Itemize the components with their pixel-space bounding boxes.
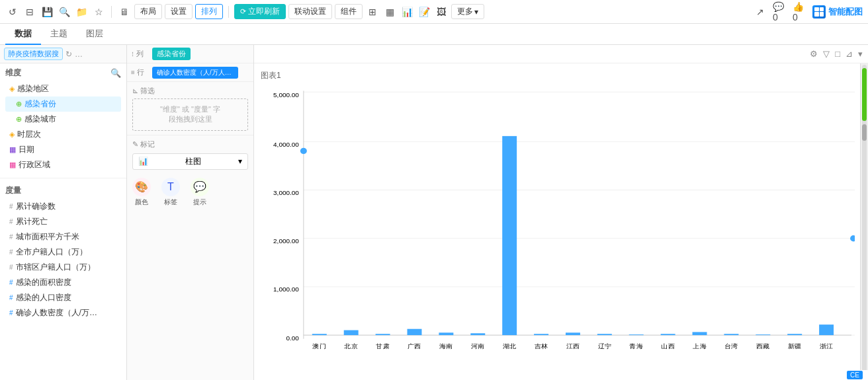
more-button[interactable]: 更多 ▾: [451, 4, 484, 19]
color-circle: 🎨: [132, 178, 151, 196]
mark-color[interactable]: 🎨 颜色: [132, 178, 151, 207]
scroll-thumb-gray: [862, 124, 867, 141]
dim-date[interactable]: ▦ 日期: [5, 142, 121, 157]
bar-zhejiang[interactable]: [819, 324, 834, 335]
measure-item-7[interactable]: # 确诊人数密度（人/万…: [5, 305, 121, 321]
label-label: 标签: [164, 198, 177, 207]
filter-placeholder-2: 段拖拽到这里: [138, 114, 242, 124]
x-label-1: 北京: [344, 342, 358, 350]
refresh-button[interactable]: ⟳ 立即刷新: [234, 4, 286, 19]
refresh-datasource-icon[interactable]: ↻: [65, 50, 72, 59]
label-circle: T: [161, 178, 180, 196]
left-dot: [300, 148, 307, 154]
dimensions-search-icon[interactable]: 🔍: [110, 68, 121, 78]
tab-data[interactable]: 数据: [5, 24, 41, 45]
dim-infection-province[interactable]: ⊕ 感染省份: [5, 96, 121, 112]
settings-chart-icon[interactable]: ⚙: [810, 49, 818, 59]
chart-area: ⚙ ▽ □ ⊿ ▾ 图表1 5,000.00 4,000.00 3,000.00…: [254, 45, 868, 380]
col-pill[interactable]: 感染省份: [152, 48, 191, 60]
folder-icon[interactable]: 📁: [74, 5, 89, 19]
tab-layer[interactable]: 图层: [77, 24, 112, 45]
component-button[interactable]: 组件: [335, 4, 363, 19]
tab-theme[interactable]: 主题: [41, 24, 77, 45]
tooltip-label: 提示: [193, 198, 206, 207]
bar-xizang[interactable]: [756, 334, 770, 335]
mark-tooltip[interactable]: 💬 提示: [191, 178, 209, 207]
marks-title: ✎ 标记: [132, 139, 248, 149]
dimensions-header: 维度 🔍: [5, 67, 121, 79]
geo-icon-2: ⊕: [16, 115, 22, 124]
bar-aomen[interactable]: [312, 334, 327, 335]
hash-icon-6: #: [9, 294, 13, 301]
link-settings-button[interactable]: 联动设置: [288, 4, 332, 19]
table-icon[interactable]: ⊞: [365, 5, 380, 19]
tabs-row: 数据 主题 图层: [0, 24, 868, 45]
mark-label[interactable]: T 标签: [161, 178, 180, 207]
measure-item-2[interactable]: # 城市面积平方千米: [5, 229, 121, 245]
x-label-13: 台湾: [724, 342, 738, 350]
measures-section: 度量 # 累计确诊数 # 累计死亡 # 城市面积平方千米 # 全市户籍人口（万）…: [0, 181, 126, 323]
bar-guangxi[interactable]: [408, 329, 422, 335]
measure-item-1[interactable]: # 累计死亡: [5, 214, 121, 229]
screen-icon[interactable]: 🖥: [117, 5, 132, 19]
bar-taiwan[interactable]: [724, 334, 738, 335]
bar-henan[interactable]: [470, 333, 485, 335]
settings-button[interactable]: 设置: [165, 4, 193, 19]
bar-gansu[interactable]: [376, 334, 390, 335]
measure-item-4[interactable]: # 市辖区户籍人口（万）: [5, 260, 121, 275]
bar-qinghai[interactable]: [629, 334, 644, 335]
bar-hainan[interactable]: [439, 332, 453, 335]
measure-item-0[interactable]: # 累计确诊数: [5, 199, 121, 214]
bar-liaoning[interactable]: [597, 334, 612, 335]
smart-config-button[interactable]: 智能配图: [812, 5, 863, 19]
search-icon[interactable]: 🔍: [57, 5, 71, 19]
save-icon[interactable]: 💾: [40, 5, 54, 19]
measure-item-6[interactable]: # 感染的人口密度: [5, 290, 121, 305]
bar-shanxi[interactable]: [661, 334, 675, 335]
row-pill[interactable]: 确诊人数密度（人/万人）（合计）: [152, 67, 238, 79]
vertical-scrollbar[interactable]: [860, 63, 868, 380]
dim-infection-region[interactable]: ◈ 感染地区: [5, 81, 121, 96]
like-icon[interactable]: 👍 0: [793, 5, 807, 19]
grid-icon[interactable]: ⊟: [22, 5, 37, 19]
measure-item-5[interactable]: # 感染的面积密度: [5, 275, 121, 290]
dim-infection-city[interactable]: ⊕ 感染城市: [5, 112, 121, 127]
comment-icon[interactable]: 💬 0: [773, 5, 787, 19]
star-icon[interactable]: ☆: [91, 5, 106, 19]
back-icon[interactable]: ↺: [5, 5, 20, 19]
resize-chart-icon[interactable]: ⊿: [846, 49, 853, 59]
sort-button[interactable]: 排列: [195, 4, 223, 19]
chevron-chart-icon[interactable]: ▾: [858, 49, 863, 59]
bar-jiangxi[interactable]: [566, 332, 580, 335]
marks-type-label: 柱图: [185, 156, 201, 167]
marks-type-selector[interactable]: 📊 柱图 ▾: [132, 153, 248, 170]
geo-icon-1: ⊕: [16, 100, 22, 108]
bar-jilin[interactable]: [534, 334, 548, 335]
col-shelf-label: ⫶ 列: [131, 49, 150, 59]
filter-drop-area[interactable]: "维度" 或 "度量" 字 段拖拽到这里: [132, 98, 248, 131]
datasource-badge[interactable]: 肺炎疫情数据搜: [4, 48, 63, 60]
grid2-icon[interactable]: ▦: [382, 5, 397, 19]
filter-chart-icon[interactable]: ▽: [823, 49, 830, 59]
tooltip-icon: 💬: [193, 180, 206, 193]
bar-chart-icon[interactable]: 📊: [400, 5, 414, 19]
admin-icon: ▦: [9, 161, 16, 169]
text-icon[interactable]: 📝: [417, 5, 431, 19]
square-chart-icon[interactable]: □: [835, 49, 840, 59]
x-label-7: 吉林: [535, 342, 548, 350]
dim-time-level[interactable]: ◈ 时层次: [5, 127, 121, 142]
x-label-4: 海南: [439, 342, 453, 350]
smart-config-label: 智能配图: [828, 6, 863, 18]
image-icon[interactable]: 🖼: [434, 5, 449, 19]
dim-admin-region[interactable]: ▦ 行政区域: [5, 157, 121, 172]
bar-beijing[interactable]: [344, 330, 359, 336]
layout-button[interactable]: 布局: [134, 4, 162, 19]
share-icon[interactable]: ↗: [753, 5, 767, 19]
measure-item-3[interactable]: # 全市户籍人口（万）: [5, 245, 121, 260]
measures-header: 度量: [5, 185, 121, 196]
bar-shanghai[interactable]: [693, 332, 707, 335]
more-datasource-icon[interactable]: …: [75, 50, 83, 59]
bar-hubei[interactable]: [502, 136, 517, 335]
right-dot: [850, 235, 855, 241]
bar-xinjiang[interactable]: [787, 334, 802, 335]
